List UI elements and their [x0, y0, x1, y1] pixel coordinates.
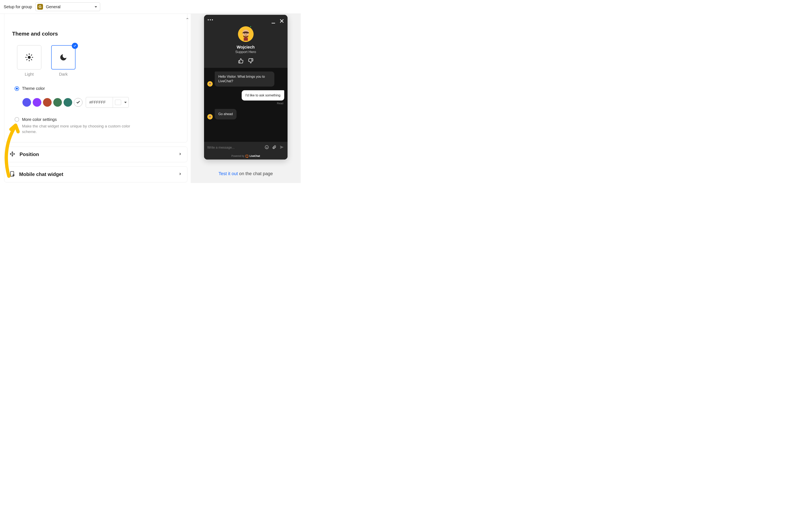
swatch-2[interactable] — [33, 98, 41, 107]
emoji-icon[interactable] — [264, 145, 269, 150]
mobile-row[interactable]: Mobile chat widget — [4, 166, 187, 182]
thumbs-down-button[interactable] — [248, 58, 253, 64]
chat-footer: Powered by LiveChat — [204, 153, 288, 160]
svg-line-7 — [27, 59, 27, 60]
livechat-logo-icon — [246, 155, 248, 158]
settings-pane: Theme and colors Light — [0, 14, 191, 183]
page-header: Setup for group G General — [0, 0, 301, 14]
svg-line-8 — [31, 55, 32, 55]
swatch-4[interactable] — [53, 98, 62, 107]
theme-color-label: Theme color — [22, 86, 45, 91]
theme-color-radio-row: Theme color — [15, 86, 179, 91]
agent-name: Wojciech — [237, 45, 255, 49]
setup-for-group-label: Setup for group — [4, 4, 32, 9]
check-icon — [76, 100, 81, 105]
svg-rect-18 — [244, 38, 248, 41]
cta-rest: on the chat page — [238, 171, 273, 176]
agent-avatar — [238, 26, 253, 42]
chevron-right-icon — [178, 172, 182, 176]
position-row[interactable]: Position — [4, 147, 187, 162]
avatar-face-icon — [239, 28, 252, 41]
svg-line-3 — [27, 55, 27, 55]
close-button[interactable] — [279, 18, 284, 24]
divider — [113, 97, 113, 107]
message-status: Read — [207, 102, 284, 105]
message-bubble: Hello Visitor. What brings you to LiveCh… — [215, 72, 274, 87]
moon-icon — [59, 53, 68, 61]
mobile-title: Mobile chat widget — [19, 172, 174, 177]
svg-point-21 — [265, 146, 269, 149]
hex-color-input[interactable] — [86, 97, 129, 108]
group-select[interactable]: G General — [35, 2, 100, 11]
chat-input[interactable]: Write a message... — [207, 146, 262, 149]
thumbs-up-button[interactable] — [238, 58, 244, 64]
theme-section-title: Theme and colors — [12, 31, 179, 37]
test-it-out-link[interactable]: Test it out — [218, 171, 238, 176]
chat-body: Hello Visitor. What brings you to LiveCh… — [204, 68, 288, 142]
hex-field[interactable] — [86, 100, 113, 105]
chevron-down-icon — [124, 102, 127, 103]
rating-buttons — [238, 58, 253, 64]
message-avatar — [207, 114, 213, 119]
mobile-widget-icon — [10, 171, 15, 178]
preview-pane: Wojciech Support Hero Hello Visitor — [191, 14, 301, 183]
brand-label: LiveChat — [249, 154, 260, 158]
chat-widget-preview: Wojciech Support Hero Hello Visitor — [204, 15, 288, 160]
theme-color-radio[interactable] — [15, 86, 19, 91]
swatch-custom-selected[interactable] — [74, 98, 83, 107]
chat-header: Wojciech Support Hero — [204, 15, 288, 68]
position-title: Position — [19, 151, 174, 157]
message-avatar — [207, 81, 213, 87]
more-menu-icon[interactable] — [208, 19, 213, 20]
theme-dark-label: Dark — [59, 72, 68, 77]
hex-preview — [115, 100, 121, 105]
more-color-settings-desc: Make the chat widget more unique by choo… — [22, 123, 133, 134]
send-icon[interactable] — [279, 145, 284, 150]
powered-by-label: Powered by — [231, 154, 244, 158]
theme-light-label: Light — [25, 72, 33, 77]
message-bubble: I'd like to ask something — [242, 90, 284, 101]
message-row-agent: Hello Visitor. What brings you to LiveCh… — [207, 72, 284, 87]
chat-input-row: Write a message... — [204, 142, 288, 153]
chevron-down-icon — [95, 6, 97, 8]
chevron-right-icon — [178, 152, 182, 157]
svg-point-0 — [28, 56, 31, 59]
minimize-button[interactable] — [271, 20, 276, 25]
move-icon — [10, 151, 15, 158]
selected-badge-icon — [72, 43, 78, 49]
more-color-settings-radio[interactable] — [15, 117, 19, 122]
theme-options: Light Dark — [12, 45, 179, 77]
message-row-visitor: I'd like to ask something — [207, 90, 284, 101]
group-badge: G — [37, 4, 43, 10]
svg-point-12 — [12, 175, 13, 176]
message-bubble: Go ahead — [215, 109, 236, 119]
more-color-settings-title: More color settings — [22, 117, 133, 122]
more-color-settings-block: More color settings Make the chat widget… — [15, 117, 179, 134]
sun-icon — [25, 53, 33, 62]
attachment-icon[interactable] — [272, 145, 276, 150]
theme-and-colors-card: Theme and colors Light — [4, 14, 187, 143]
cta-row: Test it out on the chat page — [218, 171, 273, 176]
online-status-icon — [250, 26, 251, 28]
swatch-3[interactable] — [43, 98, 52, 107]
hex-dropdown[interactable] — [122, 102, 129, 103]
swatch-5[interactable] — [63, 98, 72, 107]
svg-point-16 — [244, 33, 245, 34]
svg-point-17 — [247, 33, 247, 34]
svg-line-4 — [31, 59, 32, 60]
message-row-agent: Go ahead — [207, 109, 284, 119]
group-name: General — [46, 4, 60, 9]
swatch-1[interactable] — [23, 98, 31, 107]
svg-point-22 — [266, 147, 266, 147]
theme-option-light[interactable]: Light — [17, 45, 41, 77]
agent-role: Support Hero — [235, 50, 256, 54]
theme-option-dark[interactable]: Dark — [51, 45, 75, 77]
svg-point-23 — [267, 147, 267, 147]
color-swatches — [23, 97, 179, 108]
